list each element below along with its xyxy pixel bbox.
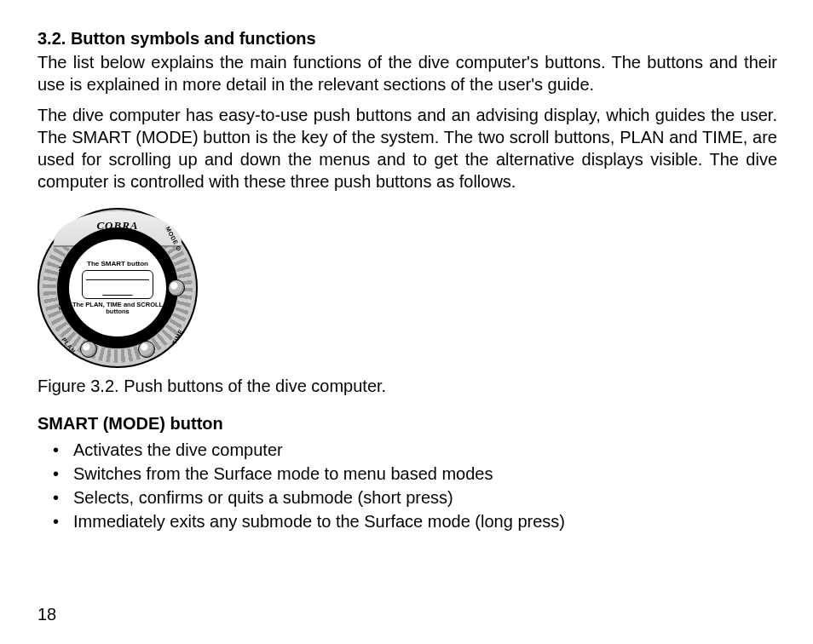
push-button-time-icon xyxy=(138,341,155,358)
lcd-outline-icon xyxy=(82,270,153,299)
ring-label-left: SET SIM MEM xyxy=(57,266,65,310)
manual-page: 3.2. Button symbols and functions The li… xyxy=(0,0,813,550)
face-label-top: The SMART button xyxy=(87,261,148,267)
list-item: Switches from the Surface mode to menu b… xyxy=(37,462,777,486)
push-button-mode-icon xyxy=(168,279,185,296)
section-para-2: The dive computer has easy-to-use push b… xyxy=(37,104,777,193)
section-para-1: The list below explains the main functio… xyxy=(37,51,777,95)
device-face: The SMART button The PLAN, TIME and SCRO… xyxy=(69,239,166,336)
dive-computer-illustration: COBRA SUUNTO The SMART button The PLAN, … xyxy=(37,208,198,368)
section-heading: 3.2. Button symbols and functions xyxy=(37,27,777,49)
face-label-bottom: The PLAN, TIME and SCROLL buttons xyxy=(69,302,166,316)
smart-mode-list: Activates the dive computer Switches fro… xyxy=(37,438,777,533)
figure-caption: Figure 3.2. Push buttons of the dive com… xyxy=(37,375,777,397)
figure: COBRA SUUNTO The SMART button The PLAN, … xyxy=(37,208,777,368)
smart-mode-heading: SMART (MODE) button xyxy=(37,412,777,434)
list-item: Activates the dive computer xyxy=(37,438,777,462)
list-item: Immediately exits any submode to the Sur… xyxy=(37,509,777,533)
push-button-plan-icon xyxy=(80,341,97,358)
list-item: Selects, confirms or quits a submode (sh… xyxy=(37,486,777,509)
page-number: 18 xyxy=(37,603,56,625)
